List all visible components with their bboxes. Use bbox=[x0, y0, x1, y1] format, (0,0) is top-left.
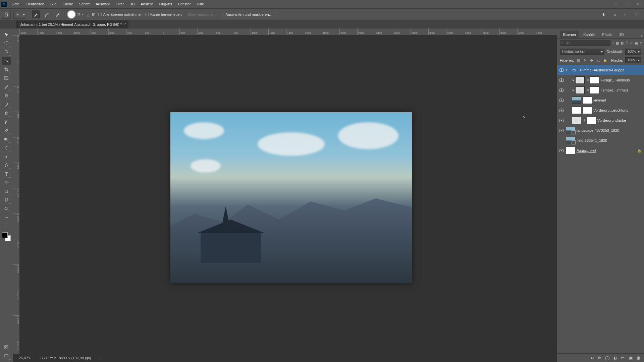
cloud-docs-icon[interactable]: ◐ bbox=[601, 11, 607, 17]
close-icon[interactable]: ✕ bbox=[124, 22, 127, 25]
tool-frame[interactable] bbox=[2, 74, 11, 82]
menu-hilfe[interactable]: Hilfe bbox=[194, 0, 207, 8]
visibility-toggle[interactable] bbox=[557, 149, 566, 152]
layer-name[interactable]: Temper…immels bbox=[601, 88, 629, 92]
tab-kanaele[interactable]: Kanäle bbox=[580, 31, 598, 38]
screen-mode-toggle[interactable] bbox=[2, 352, 11, 360]
mode-new-selection[interactable] bbox=[32, 10, 40, 18]
toggle-fg-bg[interactable] bbox=[2, 222, 11, 230]
opacity-input[interactable]: 100% bbox=[625, 49, 641, 55]
tool-quick-select[interactable] bbox=[2, 57, 11, 65]
tool-blur[interactable] bbox=[2, 144, 11, 152]
menu-ansicht[interactable]: Ansicht bbox=[138, 0, 156, 8]
tool-pen[interactable] bbox=[2, 161, 11, 169]
share-icon[interactable]: ⇪ bbox=[633, 11, 639, 17]
lock-transparent-icon[interactable]: ▨ bbox=[576, 58, 581, 63]
home-button[interactable] bbox=[2, 10, 11, 19]
add-mask-icon[interactable]: ◯ bbox=[605, 356, 609, 360]
tab-3d[interactable]: 3D bbox=[616, 31, 627, 38]
blend-mode-dropdown[interactable]: Hindurchwirken bbox=[560, 49, 604, 55]
smartobject-thumb[interactable] bbox=[566, 127, 575, 134]
visibility-toggle[interactable] bbox=[557, 109, 566, 112]
visibility-toggle[interactable] bbox=[557, 78, 566, 82]
chk-enhance-edge[interactable]: Kante hervorheben bbox=[145, 12, 182, 16]
filter-adjust-icon[interactable]: ◐ bbox=[621, 41, 624, 45]
layer-fx-icon[interactable]: fx bbox=[598, 356, 601, 360]
visibility-toggle[interactable] bbox=[557, 129, 566, 132]
tool-healing[interactable] bbox=[2, 92, 11, 100]
tool-move[interactable] bbox=[2, 31, 11, 39]
layer-thumb[interactable] bbox=[572, 97, 581, 104]
close-button[interactable]: ✕ bbox=[633, 0, 644, 8]
lock-all-icon[interactable]: 🔒 bbox=[603, 58, 607, 63]
adjustment-thumb[interactable]: ◐ bbox=[575, 86, 585, 94]
tab-ebenen[interactable]: Ebenen bbox=[560, 31, 579, 38]
layer-row[interactable]: Hintergrund🔒 bbox=[557, 145, 644, 156]
layer-name[interactable]: Vordergrundfarbe bbox=[597, 118, 626, 122]
filter-smart-icon[interactable]: ▣ bbox=[635, 41, 638, 45]
layer-name[interactable]: Himmel-Austausch-Gruppe bbox=[580, 68, 625, 72]
btn-select-and-mask[interactable]: Auswählen und maskieren… bbox=[222, 11, 276, 18]
tool-type[interactable] bbox=[2, 170, 11, 178]
workspace-icon[interactable]: ▭ bbox=[623, 11, 629, 17]
status-zoom[interactable]: 26,07% bbox=[19, 356, 31, 360]
layer-row[interactable]: Himmel bbox=[557, 95, 644, 105]
layer-thumb[interactable] bbox=[572, 107, 581, 114]
layer-row[interactable]: field-533541_1920 bbox=[557, 135, 644, 145]
tool-edit-toolbar[interactable]: ⋯ bbox=[2, 214, 11, 222]
link-icon[interactable]: 𝟠 bbox=[586, 78, 590, 82]
menu-plugins[interactable]: Plug-ins bbox=[156, 0, 175, 8]
tool-gradient[interactable] bbox=[2, 135, 11, 143]
filter-shape-icon[interactable]: ▱ bbox=[630, 41, 633, 45]
color-swatches[interactable] bbox=[2, 232, 11, 241]
mask-thumb[interactable] bbox=[587, 117, 596, 124]
filter-toggle[interactable]: ⊙ bbox=[640, 41, 642, 45]
menu-filter[interactable]: Filter bbox=[113, 0, 127, 8]
quick-mask-toggle[interactable] bbox=[2, 343, 11, 351]
vertical-ruler[interactable]: 8 0 002 0 04 0 06 0 08 0 01 0 0 01 2 0 0… bbox=[13, 35, 19, 354]
search-icon[interactable]: ⌕ bbox=[612, 11, 618, 17]
brush-preview[interactable]: 21 ▾ bbox=[67, 10, 83, 19]
tool-lasso[interactable] bbox=[2, 48, 11, 56]
lock-artboard-icon[interactable]: ▭ bbox=[596, 58, 601, 63]
layer-row[interactable]: ↳◐𝟠Helligk…Himmels bbox=[557, 75, 644, 85]
layer-name[interactable]: Himmel bbox=[593, 98, 606, 102]
visibility-toggle[interactable] bbox=[557, 119, 566, 122]
layer-row[interactable]: ▾🗀Himmel-Austausch-Gruppe bbox=[557, 65, 644, 75]
document-tab-active[interactable]: Unbenannt-1 bei 26,1% (Himmel-Austausch-… bbox=[16, 20, 128, 28]
menu-schrift[interactable]: Schrift bbox=[76, 0, 93, 8]
tool-path-select[interactable] bbox=[2, 179, 11, 187]
tool-brush[interactable] bbox=[2, 100, 11, 108]
lock-position-icon[interactable]: ✥ bbox=[589, 58, 594, 63]
tool-crop[interactable] bbox=[2, 65, 11, 73]
mask-thumb[interactable] bbox=[583, 107, 592, 114]
menu-bearbeiten[interactable]: Bearbeiten bbox=[23, 0, 47, 8]
layer-row[interactable]: ↳◐𝟠Temper…immels bbox=[557, 85, 644, 95]
maximize-button[interactable]: ☐ bbox=[621, 0, 633, 8]
fg-color-swatch[interactable] bbox=[2, 232, 8, 238]
panel-menu-icon[interactable]: ≡ bbox=[639, 34, 644, 38]
mask-thumb[interactable] bbox=[583, 97, 592, 104]
tool-zoom[interactable] bbox=[2, 205, 11, 213]
tool-eyedropper[interactable] bbox=[2, 83, 11, 91]
link-icon[interactable]: 𝟠 bbox=[586, 88, 590, 92]
tool-eraser[interactable] bbox=[2, 126, 11, 134]
menu-3d[interactable]: 3D bbox=[127, 0, 138, 8]
chk-sample-all-layers[interactable]: Alle Ebenen aufnehmen bbox=[98, 12, 143, 16]
adjustment-thumb[interactable]: ◐ bbox=[575, 76, 585, 84]
mode-add-selection[interactable] bbox=[43, 10, 51, 18]
tab-pfade[interactable]: Pfade bbox=[599, 31, 615, 38]
layer-name[interactable]: landscape-4370250_1920 bbox=[577, 128, 619, 132]
lock-pixels-icon[interactable]: ✎ bbox=[583, 58, 587, 63]
visibility-toggle[interactable] bbox=[557, 88, 566, 92]
layer-row[interactable]: landscape-4370250_1920 bbox=[557, 125, 644, 135]
layer-row[interactable]: ◐𝟠Vordergrundfarbe bbox=[557, 115, 644, 125]
menu-datei[interactable]: Datei bbox=[9, 0, 23, 8]
chevron-down-icon[interactable]: ▾ bbox=[566, 68, 569, 72]
layer-filter-input[interactable] bbox=[560, 40, 610, 46]
layer-name[interactable]: field-533541_1920 bbox=[577, 138, 607, 142]
menu-auswahl[interactable]: Auswahl bbox=[93, 0, 113, 8]
menu-bild[interactable]: Bild bbox=[47, 0, 59, 8]
new-layer-icon[interactable]: ▣ bbox=[629, 356, 633, 360]
tool-shape[interactable] bbox=[2, 187, 11, 195]
